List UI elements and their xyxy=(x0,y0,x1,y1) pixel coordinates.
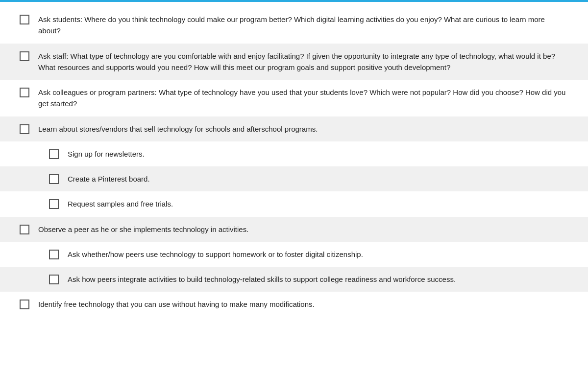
item-text: Ask how peers integrate activities to bu… xyxy=(68,274,568,285)
item-text: Ask students: Where do you think technol… xyxy=(38,14,568,37)
list-item: Observe a peer as he or she implements t… xyxy=(0,217,588,242)
item-text: Ask staff: What type of technology are y… xyxy=(38,50,568,73)
checkbox[interactable] xyxy=(49,174,59,184)
item-text: Observe a peer as he or she implements t… xyxy=(38,224,568,235)
list-item: Ask how peers integrate activities to bu… xyxy=(0,267,588,292)
list-item: Learn about stores/vendors that sell tec… xyxy=(0,116,588,141)
item-text: Create a Pinterest board. xyxy=(68,173,568,185)
item-text: Ask colleagues or program partners: What… xyxy=(38,87,568,110)
checkbox[interactable] xyxy=(20,300,29,309)
checkbox[interactable] xyxy=(49,149,59,159)
item-text: Sign up for newsletters. xyxy=(68,148,568,160)
list-item: Create a Pinterest board. xyxy=(0,166,588,191)
checkbox[interactable] xyxy=(20,225,29,234)
checkbox[interactable] xyxy=(20,15,29,24)
checkbox[interactable] xyxy=(49,199,59,209)
item-text: Learn about stores/vendors that sell tec… xyxy=(38,123,568,135)
list-item: Ask staff: What type of technology are y… xyxy=(0,44,588,80)
list-item: Sign up for newsletters. xyxy=(0,141,588,166)
checkbox[interactable] xyxy=(49,250,59,259)
checkbox[interactable] xyxy=(49,275,59,284)
list-item: Ask students: Where do you think technol… xyxy=(0,7,588,44)
checkbox[interactable] xyxy=(20,124,29,134)
list-item: Ask colleagues or program partners: What… xyxy=(0,80,588,116)
item-text: Request samples and free trials. xyxy=(68,198,568,209)
item-text: Ask whether/how peers use technology to … xyxy=(68,249,568,260)
list-item: Identify free technology that you can us… xyxy=(0,292,588,317)
item-text: Identify free technology that you can us… xyxy=(38,299,568,310)
list-item: Ask whether/how peers use technology to … xyxy=(0,242,588,267)
checklist-container: Ask students: Where do you think technol… xyxy=(0,2,588,322)
checkbox[interactable] xyxy=(20,51,29,61)
checkbox[interactable] xyxy=(20,88,29,97)
list-item: Request samples and free trials. xyxy=(0,191,588,216)
